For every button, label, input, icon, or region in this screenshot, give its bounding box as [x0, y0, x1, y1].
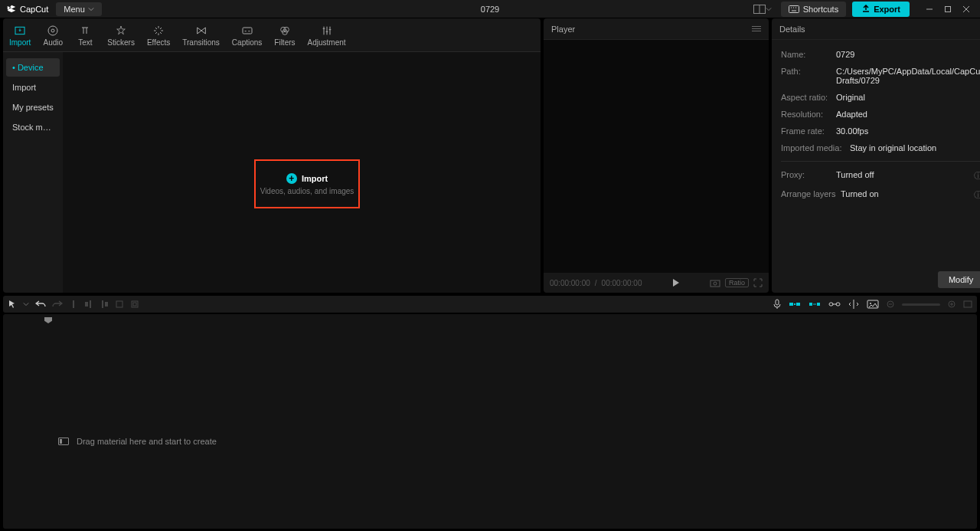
text-icon	[79, 25, 91, 37]
transitions-icon	[195, 25, 207, 37]
maximize-button[interactable]	[940, 2, 956, 17]
chevron-down-icon	[766, 6, 772, 12]
svg-rect-24	[132, 301, 138, 307]
crop-icon	[130, 300, 139, 309]
svg-rect-19	[85, 302, 88, 306]
svg-rect-23	[116, 301, 122, 307]
delete-left-button[interactable]	[84, 300, 93, 309]
layout-button[interactable]	[750, 3, 775, 15]
tab-adjustment[interactable]: Adjustment	[302, 23, 352, 51]
undo-icon	[35, 300, 46, 309]
document-title: 0729	[481, 5, 499, 14]
link-icon	[828, 300, 841, 308]
import-dropzone[interactable]: + Import Videos, audios, and images	[254, 159, 360, 208]
modify-button[interactable]: Modify	[938, 271, 980, 288]
media-panel: Import Audio Text Stickers Effects Trans…	[3, 18, 541, 293]
tab-filters[interactable]: Filters	[268, 23, 301, 51]
value-path: C:/Users/MyPC/AppData/Local/CapCut Draft…	[836, 67, 980, 85]
label-framerate: Frame rate:	[781, 126, 836, 136]
audio-icon	[47, 25, 59, 37]
divider	[781, 161, 980, 162]
tab-stickers[interactable]: Stickers	[101, 23, 141, 51]
sidebar-label: Device	[18, 63, 44, 72]
svg-rect-29	[794, 303, 795, 305]
import-subtitle: Videos, audios, and images	[260, 187, 354, 195]
player-menu-icon[interactable]	[752, 26, 761, 31]
label-resolution: Resolution:	[781, 110, 836, 119]
cursor-dropdown[interactable]	[23, 301, 29, 307]
split-icon	[69, 300, 78, 309]
tab-audio[interactable]: Audio	[37, 23, 69, 51]
zoom-fit-button[interactable]	[963, 300, 972, 308]
minimize-button[interactable]	[922, 2, 937, 17]
tab-label: Audio	[44, 38, 64, 47]
tab-effects[interactable]: Effects	[141, 23, 176, 51]
tab-import[interactable]: Import	[3, 23, 37, 51]
magnet-auto-button[interactable]	[808, 300, 821, 309]
record-audio-button[interactable]	[773, 299, 781, 310]
sidebar-item-device[interactable]: • Device	[6, 58, 60, 77]
capcut-icon	[6, 4, 17, 15]
menu-label: Menu	[64, 5, 85, 14]
tab-label: Import	[9, 38, 31, 47]
close-icon	[962, 5, 970, 13]
timeline-toolbar	[3, 296, 977, 313]
tab-text[interactable]: Text	[69, 23, 101, 51]
value-aspect: Original	[836, 93, 980, 102]
link-button[interactable]	[828, 300, 841, 308]
crop-button[interactable]	[130, 300, 139, 309]
shortcuts-button[interactable]: Shortcuts	[781, 2, 846, 17]
app-name: CapCut	[20, 5, 48, 14]
cursor-icon	[8, 300, 17, 309]
close-button[interactable]	[959, 2, 974, 17]
undo-button[interactable]	[35, 300, 46, 309]
label-arrange-layers: Arrange layers	[781, 189, 841, 201]
split-button[interactable]	[69, 300, 78, 309]
minimize-icon	[926, 5, 933, 13]
import-icon	[14, 25, 26, 37]
sidebar-item-presets[interactable]: My presets	[6, 98, 60, 116]
sidebar-item-stock[interactable]: Stock mate...	[6, 118, 60, 136]
preview-axis-button[interactable]	[848, 300, 859, 309]
menu-button[interactable]: Menu	[56, 2, 102, 16]
mic-icon	[773, 299, 781, 310]
zoom-out-button[interactable]	[887, 300, 894, 308]
player-viewport	[544, 40, 769, 273]
magnet-main-button[interactable]	[789, 300, 801, 309]
svg-rect-8	[946, 6, 951, 11]
fullscreen-button[interactable]	[753, 278, 763, 287]
cursor-tool[interactable]	[8, 300, 17, 309]
svg-rect-21	[102, 300, 103, 308]
svg-rect-20	[90, 300, 91, 308]
trash-icon	[115, 300, 124, 309]
label-aspect: Aspect ratio:	[781, 93, 836, 102]
cover-icon	[867, 300, 879, 309]
timeline[interactable]: Drag material here and start to create	[3, 314, 977, 529]
redo-button[interactable]	[52, 300, 63, 309]
playhead[interactable]	[44, 317, 52, 323]
ratio-button[interactable]: Ratio	[725, 278, 749, 287]
camera-icon	[710, 278, 720, 287]
player-controls: 00:00:00:00 / 00:00:00:00 Ratio	[544, 273, 769, 293]
export-icon	[861, 5, 871, 14]
cover-button[interactable]	[867, 300, 879, 309]
export-button[interactable]: Export	[852, 2, 910, 17]
tab-captions[interactable]: Captions	[226, 23, 268, 51]
zoom-slider[interactable]	[902, 303, 940, 306]
delete-right-button[interactable]	[100, 300, 109, 309]
layers-info-icon[interactable]: ⓘ	[974, 189, 980, 201]
minus-icon	[887, 300, 894, 308]
snapshot-button[interactable]	[710, 278, 720, 287]
time-sep: /	[595, 279, 597, 287]
proxy-info-icon[interactable]: ⓘ	[974, 170, 980, 182]
media-content: + Import Videos, audios, and images	[63, 52, 541, 293]
svg-rect-22	[105, 302, 108, 306]
zoom-in-button[interactable]	[948, 300, 956, 308]
tab-label: Captions	[232, 38, 262, 47]
player-panel: Player 00:00:00:00 / 00:00:00:00 Ratio	[544, 18, 769, 293]
tab-transitions[interactable]: Transitions	[176, 23, 226, 51]
redo-icon	[52, 300, 63, 309]
delete-button[interactable]	[115, 300, 124, 309]
sidebar-item-import[interactable]: Import	[6, 78, 60, 97]
play-button[interactable]	[672, 278, 680, 287]
